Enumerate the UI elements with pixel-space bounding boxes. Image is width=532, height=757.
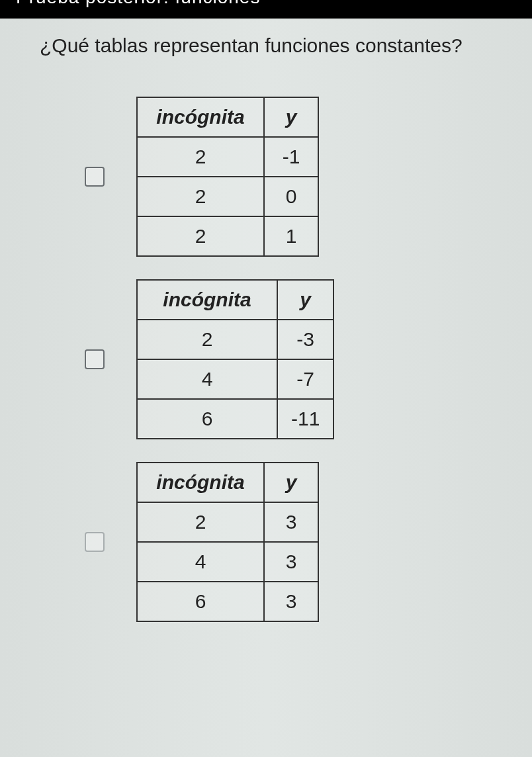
cell-y: -1	[264, 137, 318, 177]
table-option-2: incógnita y 2 -3 4 -7 6 -11	[136, 279, 334, 439]
header-x: incógnita	[137, 97, 264, 137]
cell-x: 6	[137, 399, 277, 439]
checkbox-option-2[interactable]	[85, 349, 105, 369]
option-3: incógnita y 2 3 4 3 6 3	[85, 462, 506, 622]
table-row: 4 3	[137, 542, 318, 582]
option-1: incógnita y 2 -1 2 0 2 1	[85, 97, 506, 257]
cell-x: 4	[137, 542, 264, 582]
header-x: incógnita	[137, 463, 264, 502]
header-y: y	[264, 97, 318, 137]
header-y: y	[264, 463, 318, 502]
title-bar-text: Prueba posterior: funciones	[16, 0, 516, 7]
cell-y: 3	[264, 582, 318, 621]
cell-x: 2	[137, 502, 264, 542]
cell-x: 6	[137, 582, 264, 621]
table-row: 6 3	[137, 582, 318, 621]
table-header-row: incógnita y	[137, 97, 318, 137]
header-y: y	[277, 280, 333, 320]
cell-y: 0	[264, 177, 318, 216]
question-text: ¿Qué tablas representan funciones consta…	[40, 34, 506, 57]
table-row: 2 -1	[137, 137, 318, 177]
cell-y: 1	[264, 216, 318, 256]
checkbox-option-1[interactable]	[85, 167, 105, 187]
cell-y: -7	[277, 359, 333, 399]
table-option-3: incógnita y 2 3 4 3 6 3	[136, 462, 319, 622]
table-row: 2 -3	[137, 320, 333, 359]
table-row: 2 3	[137, 502, 318, 542]
cell-x: 2	[137, 216, 264, 256]
checkbox-option-3[interactable]	[85, 532, 105, 552]
table-header-row: incógnita y	[137, 280, 333, 320]
option-2: incógnita y 2 -3 4 -7 6 -11	[85, 279, 506, 439]
cell-y: 3	[264, 502, 318, 542]
cell-x: 2	[137, 177, 264, 216]
table-header-row: incógnita y	[137, 463, 318, 502]
cell-y: -3	[277, 320, 333, 359]
title-bar: Prueba posterior: funciones	[0, 0, 532, 19]
content-area: ¿Qué tablas representan funciones consta…	[0, 19, 532, 671]
table-row: 6 -11	[137, 399, 333, 439]
table-row: 2 1	[137, 216, 318, 256]
cell-x: 2	[137, 320, 277, 359]
table-row: 4 -7	[137, 359, 333, 399]
table-row: 2 0	[137, 177, 318, 216]
header-x: incógnita	[137, 280, 277, 320]
table-option-1: incógnita y 2 -1 2 0 2 1	[136, 97, 319, 257]
cell-x: 4	[137, 359, 277, 399]
cell-y: -11	[277, 399, 333, 439]
cell-y: 3	[264, 542, 318, 582]
cell-x: 2	[137, 137, 264, 177]
